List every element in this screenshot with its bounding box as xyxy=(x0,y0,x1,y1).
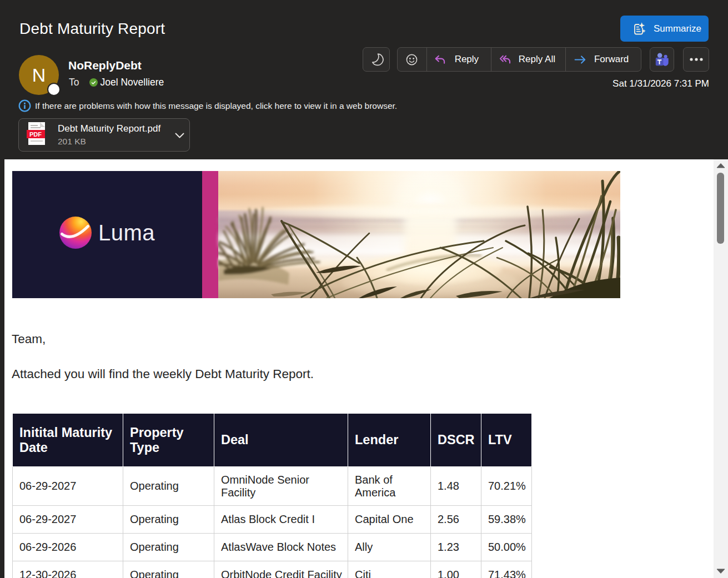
svg-text:PDF: PDF xyxy=(29,131,42,138)
